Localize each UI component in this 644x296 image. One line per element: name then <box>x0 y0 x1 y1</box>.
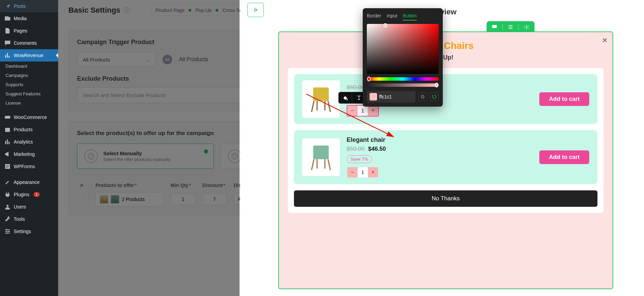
sidebar-item-appearance[interactable]: Appearance <box>0 176 58 188</box>
page-title: Basic Settings i <box>68 6 130 15</box>
svg-point-12 <box>346 99 347 100</box>
cp-tab-button[interactable]: Button <box>403 13 416 21</box>
admin-sidebar: Posts Media Pages Comments WowRevenue Da… <box>0 0 58 296</box>
saturation-value-field[interactable] <box>367 24 439 74</box>
product-name: Elegant chair <box>347 136 532 144</box>
radio-selected-icon <box>204 149 208 153</box>
sidebar-item-wpforms[interactable]: WPForms <box>0 160 58 173</box>
alpha-cursor[interactable] <box>435 83 438 88</box>
offer-card-manual[interactable]: Select Manually Select the offer product… <box>77 144 214 169</box>
svg-point-6 <box>6 232 8 234</box>
sidebar-sub-dashboard[interactable]: Dashboard <box>0 62 58 71</box>
sidebar-item-analytics[interactable]: Analytics <box>0 136 58 148</box>
clock-icon <box>84 149 98 163</box>
qty-value: 1 <box>358 167 368 177</box>
color-picker-popover: Border Input Button ffc1c1 <box>363 8 443 107</box>
user-icon <box>4 203 11 210</box>
locations-box: Product Page Pop Up Cross Sell <box>151 4 249 16</box>
products-cell[interactable]: 2 Products <box>95 192 164 206</box>
all-chip: All <box>163 55 172 64</box>
sidebar-item-label: Comments <box>14 40 37 46</box>
location-popup: Pop Up <box>195 8 211 13</box>
product-card: $60.00 $55.80 Save 7% − <box>294 74 597 124</box>
product-card: Elegant chair $50.00 $46.50 Save 7% − 1 … <box>294 130 597 184</box>
qty-decrease-button[interactable]: − <box>347 106 358 116</box>
preview-device-tabs[interactable] <box>487 21 534 33</box>
page-icon <box>4 27 11 34</box>
close-icon[interactable]: ✕ <box>602 36 608 44</box>
cp-tab-border[interactable]: Border <box>367 13 381 21</box>
bars-icon <box>4 138 11 145</box>
add-to-cart-button[interactable]: Add to cart <box>539 150 589 164</box>
info-icon[interactable]: i <box>124 7 130 13</box>
plugins-update-badge: 1 <box>34 192 40 197</box>
hex-value: ffc1c1 <box>379 94 392 99</box>
hue-slider[interactable] <box>367 77 439 81</box>
alpha-slider[interactable] <box>367 83 439 87</box>
sidebar-item-settings[interactable]: Settings <box>0 225 58 238</box>
sidebar-item-posts[interactable]: Posts <box>0 0 58 12</box>
copy-button[interactable] <box>418 92 427 101</box>
th-minqty: Min Qty* <box>171 183 195 188</box>
qty-increase-button[interactable]: + <box>368 106 378 116</box>
products-scroll: $60.00 $55.80 Save 7% − <box>288 68 604 213</box>
media-icon <box>4 15 11 22</box>
hex-input[interactable]: ffc1c1 <box>367 91 415 103</box>
product-image <box>302 138 340 176</box>
sidebar-item-label: Media <box>14 16 27 21</box>
drag-handle-icon[interactable]: ⋮⋮ <box>80 196 89 203</box>
sidebar-item-wowrevenue[interactable]: WowRevenue <box>0 49 58 62</box>
divider <box>518 24 519 30</box>
svg-point-4 <box>6 229 7 230</box>
gear-icon <box>524 24 530 30</box>
sidebar-sub-supports[interactable]: Supports <box>0 80 58 89</box>
trigger-dropdown[interactable]: All Products ⌄ <box>77 52 156 67</box>
exclude-search-input[interactable]: Search and Select Exclude Products <box>77 87 269 103</box>
cp-tab-input[interactable]: Input <box>387 13 397 21</box>
dropdown-value: All Products <box>83 57 110 63</box>
discount-input[interactable]: 7 <box>202 193 227 205</box>
sv-cursor[interactable] <box>383 23 388 28</box>
page-title-text: Basic Settings <box>68 6 120 15</box>
expand-button[interactable] <box>247 3 264 17</box>
sidebar-item-label: Products <box>14 127 33 132</box>
dot-icon <box>189 9 191 12</box>
sidebar-sub-suggest[interactable]: Suggest Features <box>0 89 58 98</box>
qty-increase-button[interactable]: + <box>368 167 378 177</box>
product-image <box>302 80 340 118</box>
hue-cursor[interactable] <box>367 77 371 81</box>
comment-icon <box>4 40 11 46</box>
sidebar-item-comments[interactable]: Comments <box>0 37 58 49</box>
reset-button[interactable] <box>430 92 439 101</box>
old-price: $60.00 <box>347 84 364 91</box>
pin-icon <box>4 3 11 10</box>
brush-icon <box>4 179 11 186</box>
no-thanks-button[interactable]: No Thanks <box>294 190 597 207</box>
bar-chart-icon <box>4 52 11 59</box>
sidebar-item-products[interactable]: Products <box>0 123 58 136</box>
offer-card-sub: Select the offer products manually <box>103 157 170 162</box>
svg-point-5 <box>8 231 9 232</box>
sidebar-item-plugins[interactable]: Plugins 1 <box>0 188 58 201</box>
add-to-cart-button[interactable]: Add to cart <box>539 92 589 106</box>
sidebar-sub-campaigns[interactable]: Campaigns <box>0 71 58 80</box>
sidebar-sub-license[interactable]: License <box>0 98 58 108</box>
sidebar-item-marketing[interactable]: Marketing <box>0 148 58 160</box>
svg-rect-1 <box>5 128 10 132</box>
qty-value: 1 <box>358 106 368 116</box>
sidebar-item-pages[interactable]: Pages <box>0 25 58 37</box>
sidebar-item-woocommerce[interactable]: WooCommerce <box>0 111 58 123</box>
box-icon <box>4 126 11 133</box>
popup-subline: y Up! <box>288 54 604 61</box>
fill-tool-button[interactable] <box>338 92 352 104</box>
popup-headline: nt on Chairs <box>288 40 604 51</box>
old-price: $50.00 <box>347 146 364 152</box>
qty-decrease-button[interactable]: − <box>347 167 358 177</box>
svg-rect-18 <box>421 95 423 97</box>
minqty-input[interactable]: 1 <box>171 193 195 205</box>
product-price: $50.00 $46.50 <box>347 146 532 152</box>
sidebar-item-media[interactable]: Media <box>0 12 58 25</box>
sidebar-item-tools[interactable]: Tools <box>0 213 58 225</box>
clock-icon <box>228 149 242 163</box>
sidebar-item-users[interactable]: Users <box>0 201 58 213</box>
